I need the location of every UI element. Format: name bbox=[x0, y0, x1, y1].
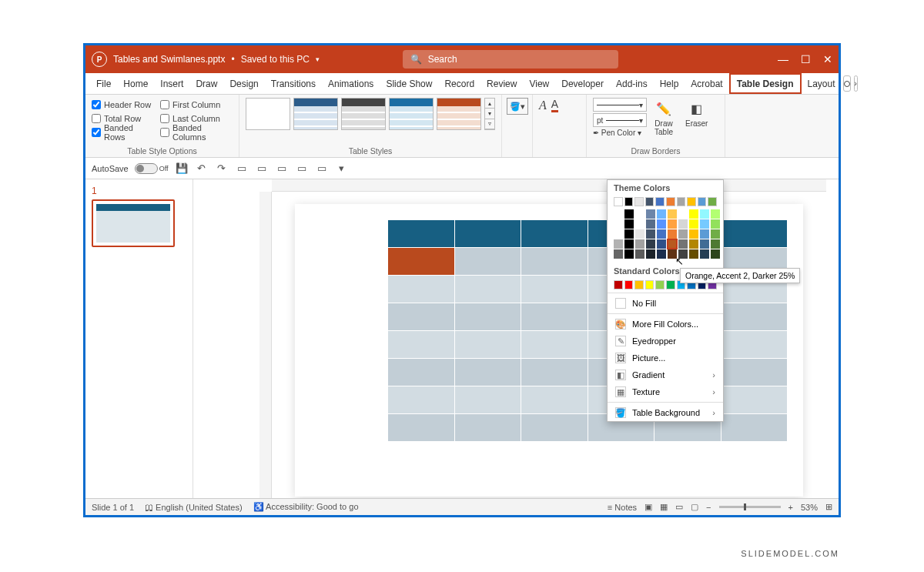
no-fill-item[interactable]: No Fill bbox=[608, 295, 723, 312]
color-swatch[interactable] bbox=[646, 219, 655, 229]
color-swatch[interactable] bbox=[678, 209, 688, 219]
tab-acrobat[interactable]: Acrobat bbox=[685, 73, 728, 94]
color-swatch[interactable] bbox=[700, 249, 709, 259]
undo-icon[interactable]: ↶ bbox=[195, 162, 209, 176]
color-swatch[interactable] bbox=[668, 219, 677, 229]
shading-button[interactable]: 🪣▾ bbox=[507, 98, 528, 115]
slide-canvas[interactable] bbox=[295, 204, 803, 497]
qat-more-icon[interactable]: ▾ bbox=[335, 162, 349, 176]
tab-help[interactable]: Help bbox=[654, 73, 685, 94]
color-swatch[interactable] bbox=[689, 249, 698, 259]
accessibility-status[interactable]: ♿ Accessibility: Good to go bbox=[253, 502, 359, 512]
color-swatch[interactable] bbox=[687, 197, 696, 206]
slideshow-view-icon[interactable]: ▢ bbox=[691, 502, 698, 512]
tab-draw[interactable]: Draw bbox=[189, 73, 223, 94]
tab-developer[interactable]: Developer bbox=[555, 73, 610, 94]
color-swatch[interactable] bbox=[624, 280, 634, 289]
color-swatch[interactable] bbox=[678, 239, 688, 249]
tab-insert[interactable]: Insert bbox=[154, 73, 189, 94]
color-swatch[interactable] bbox=[657, 209, 666, 219]
table-style-5[interactable] bbox=[437, 98, 481, 130]
color-swatch[interactable] bbox=[646, 249, 655, 259]
color-swatch[interactable] bbox=[645, 280, 654, 289]
color-swatch[interactable] bbox=[614, 197, 623, 206]
color-swatch[interactable] bbox=[689, 219, 698, 229]
fit-window-icon[interactable]: ⊞ bbox=[825, 502, 832, 512]
color-swatch[interactable] bbox=[657, 219, 666, 229]
color-swatch[interactable] bbox=[614, 229, 623, 239]
slide-thumbnail-1[interactable] bbox=[92, 199, 175, 247]
color-swatch[interactable] bbox=[657, 239, 666, 249]
color-swatch[interactable] bbox=[624, 209, 634, 219]
color-swatch[interactable] bbox=[635, 229, 644, 239]
table-style-2[interactable] bbox=[293, 98, 338, 130]
zoom-in-icon[interactable]: + bbox=[788, 503, 793, 512]
color-swatch[interactable] bbox=[614, 239, 623, 249]
tab-view[interactable]: View bbox=[523, 73, 555, 94]
color-swatch[interactable] bbox=[666, 280, 675, 289]
check-header-row[interactable]: Header Row bbox=[92, 98, 152, 112]
color-swatch[interactable] bbox=[624, 219, 634, 229]
color-swatch[interactable] bbox=[711, 239, 720, 249]
qat-button[interactable]: ▭ bbox=[275, 162, 289, 176]
color-swatch[interactable] bbox=[634, 280, 644, 289]
tab-home[interactable]: Home bbox=[117, 73, 154, 94]
color-swatch[interactable] bbox=[634, 197, 644, 206]
color-swatch[interactable] bbox=[668, 229, 677, 239]
slide-counter[interactable]: Slide 1 of 1 bbox=[92, 503, 134, 512]
color-swatch[interactable] bbox=[646, 239, 655, 249]
pen-style-select[interactable]: ▾ bbox=[593, 98, 647, 112]
color-swatch[interactable] bbox=[689, 229, 698, 239]
color-swatch[interactable] bbox=[635, 249, 644, 259]
language-status[interactable]: 🕮 English (United States) bbox=[145, 503, 243, 512]
eyedropper-item[interactable]: ✎Eyedropper bbox=[608, 333, 723, 350]
color-swatch[interactable] bbox=[666, 197, 675, 206]
color-swatch[interactable] bbox=[668, 239, 677, 249]
color-swatch[interactable] bbox=[657, 229, 666, 239]
color-swatch[interactable] bbox=[700, 209, 709, 219]
pen-weight-select[interactable]: pt▾ bbox=[593, 113, 647, 127]
tab-layout[interactable]: Layout bbox=[802, 73, 842, 94]
table-style-3[interactable] bbox=[341, 98, 386, 130]
minimize-button[interactable]: — bbox=[778, 53, 788, 65]
color-swatch[interactable] bbox=[614, 209, 623, 219]
tab-addins[interactable]: Add-ins bbox=[610, 73, 654, 94]
saved-state[interactable]: Saved to this PC bbox=[241, 54, 310, 65]
color-swatch[interactable] bbox=[700, 229, 709, 239]
texture-item[interactable]: ▦Texture› bbox=[608, 383, 723, 400]
color-swatch[interactable] bbox=[635, 219, 644, 229]
save-icon[interactable]: 💾 bbox=[175, 162, 189, 176]
color-swatch[interactable] bbox=[711, 229, 720, 239]
color-swatch[interactable] bbox=[646, 229, 655, 239]
tab-table-design[interactable]: Table Design bbox=[729, 73, 802, 94]
maximize-button[interactable]: ☐ bbox=[801, 53, 811, 65]
tab-review[interactable]: Review bbox=[480, 73, 523, 94]
color-swatch[interactable] bbox=[711, 249, 720, 259]
tab-slide-show[interactable]: Slide Show bbox=[380, 73, 438, 94]
table-object[interactable] bbox=[387, 219, 788, 442]
slides-panel[interactable]: 1 bbox=[85, 179, 193, 498]
color-swatch[interactable] bbox=[678, 229, 688, 239]
color-swatch[interactable] bbox=[655, 197, 665, 206]
table-style-4[interactable] bbox=[389, 98, 434, 130]
qat-button[interactable]: ▭ bbox=[255, 162, 269, 176]
color-swatch[interactable] bbox=[614, 249, 623, 259]
color-swatch[interactable] bbox=[614, 280, 623, 289]
color-swatch[interactable] bbox=[700, 239, 709, 249]
gradient-item[interactable]: ◧Gradient› bbox=[608, 366, 723, 383]
more-fill-colors-item[interactable]: 🎨More Fill Colors... bbox=[608, 316, 723, 333]
zoom-out-icon[interactable]: − bbox=[706, 503, 711, 512]
color-swatch[interactable] bbox=[614, 219, 623, 229]
color-swatch[interactable] bbox=[635, 239, 644, 249]
table-style-expand[interactable]: ▴▾▿ bbox=[484, 98, 495, 130]
color-swatch[interactable] bbox=[635, 209, 644, 219]
close-button[interactable]: ✕ bbox=[823, 53, 832, 65]
chevron-down-icon[interactable]: ▾ bbox=[316, 55, 320, 63]
check-banded-rows[interactable]: Banded Rows bbox=[92, 125, 152, 139]
camera-button[interactable] bbox=[843, 75, 851, 92]
notes-button[interactable]: ≡ Notes bbox=[608, 503, 637, 512]
color-swatch[interactable] bbox=[711, 219, 720, 229]
color-swatch[interactable] bbox=[689, 239, 698, 249]
color-swatch[interactable] bbox=[678, 219, 688, 229]
picture-item[interactable]: 🖼Picture... bbox=[608, 350, 723, 366]
